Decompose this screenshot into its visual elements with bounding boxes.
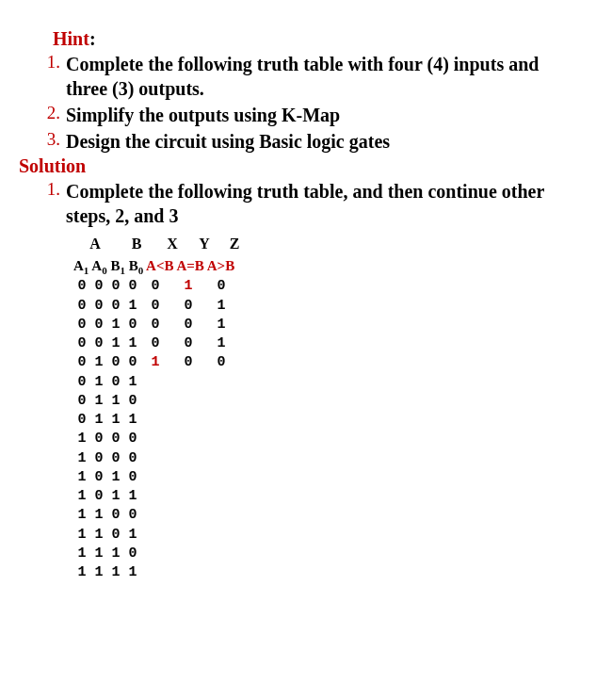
table-cell: 0	[169, 353, 207, 372]
col-X: A<B	[146, 258, 173, 273]
table-cell: 1	[90, 411, 107, 430]
col-B1: B1	[110, 258, 125, 273]
table-cell: 0	[207, 277, 235, 296]
table-cell: 1	[107, 411, 124, 430]
table-row: 1110	[73, 545, 577, 563]
table-cell: 0	[107, 430, 124, 448]
table-cell: 0	[124, 545, 141, 563]
table-cell: 0	[124, 449, 141, 468]
table-cell: 0	[90, 316, 107, 334]
list-number: 1.	[38, 52, 60, 101]
table-cell: 0	[107, 506, 124, 525]
table-cell: 0	[169, 334, 207, 353]
table-row: 1011	[73, 487, 577, 506]
table-cell: 1	[107, 563, 124, 582]
table-cell: 1	[90, 506, 107, 525]
table-cell: 1	[90, 353, 107, 372]
table-cell: 1	[73, 487, 90, 506]
table-cell: 1	[124, 334, 141, 353]
table-row: 0100100	[73, 353, 577, 372]
table-cell: 0	[124, 506, 141, 525]
table-cell: 0	[141, 277, 169, 296]
table-cell: 0	[124, 277, 141, 296]
table-col-header: A1 A0 B1 B0 A<B A=B A>B	[73, 256, 577, 278]
table-body: 0000010000100100100010011001010010001010…	[73, 277, 577, 582]
col-Z: A>B	[207, 258, 234, 273]
table-cell: 0	[73, 411, 90, 430]
table-cell: 0	[90, 449, 107, 468]
table-cell: 1	[73, 545, 90, 563]
table-cell: 1	[124, 487, 141, 506]
table-row: 1000	[73, 449, 577, 468]
table-row: 0001001	[73, 297, 577, 316]
col-group-Y: Y	[188, 234, 220, 254]
table-cell: 0	[107, 449, 124, 468]
table-cell: 1	[207, 316, 235, 334]
col-group-X: X	[156, 234, 188, 254]
table-cell: 1	[90, 563, 107, 582]
table-cell: 0	[90, 487, 107, 506]
table-cell: 1	[169, 277, 207, 296]
table-row: 0000010	[73, 277, 577, 296]
table-cell: 1	[90, 373, 107, 392]
table-cell: 0	[90, 277, 107, 296]
table-cell: 0	[73, 392, 90, 411]
table-cell: 0	[73, 353, 90, 372]
table-cell: 0	[124, 392, 141, 411]
list-text: Complete the following truth table with …	[66, 52, 577, 101]
hint-item-1: 1. Complete the following truth table wi…	[38, 52, 577, 101]
col-Y: A=B	[176, 258, 203, 273]
list-number: 3.	[38, 129, 60, 154]
table-cell: 0	[141, 334, 169, 353]
table-cell: 0	[107, 297, 124, 316]
hint-item-3: 3. Design the circuit using Basic logic …	[38, 129, 577, 154]
table-cell: 1	[107, 545, 124, 563]
table-cell: 0	[107, 526, 124, 545]
table-cell: 0	[169, 316, 207, 334]
hint-label: Hint	[53, 28, 89, 49]
table-cell: 0	[169, 297, 207, 316]
table-cell: 0	[124, 468, 141, 487]
list-number: 1.	[38, 179, 60, 228]
col-B0: B0	[129, 258, 144, 273]
table-cell: 0	[73, 297, 90, 316]
list-number: 2.	[38, 103, 60, 127]
table-cell: 1	[124, 563, 141, 582]
table-cell: 0	[107, 277, 124, 296]
col-group-B: B	[117, 234, 156, 254]
table-cell: 1	[207, 334, 235, 353]
truth-table: ABXYZ A1 A0 B1 B0 A<B A=B A>B 0000010000…	[73, 234, 577, 582]
table-cell: 0	[73, 334, 90, 353]
table-cell: 1	[124, 411, 141, 430]
table-cell: 0	[90, 468, 107, 487]
table-row: 1101	[73, 526, 577, 545]
table-cell: 0	[90, 430, 107, 448]
table-cell: 1	[73, 506, 90, 525]
table-cell: 0	[107, 353, 124, 372]
solution-label: Solution	[19, 155, 577, 177]
table-row: 0110	[73, 392, 577, 411]
table-cell: 1	[73, 563, 90, 582]
table-cell: 1	[107, 468, 124, 487]
table-row: 0111	[73, 411, 577, 430]
col-A1: A1	[73, 258, 89, 273]
table-group-header: ABXYZ	[73, 234, 577, 254]
hint-colon: :	[89, 28, 96, 49]
table-cell: 1	[124, 373, 141, 392]
table-cell: 1	[90, 392, 107, 411]
table-cell: 1	[73, 449, 90, 468]
table-row: 1111	[73, 563, 577, 582]
table-cell: 1	[107, 316, 124, 334]
table-cell: 1	[73, 526, 90, 545]
col-A0: A0	[91, 258, 106, 273]
table-cell: 0	[73, 316, 90, 334]
table-cell: 0	[124, 430, 141, 448]
hint-item-2: 2. Simplify the outputs using K-Map	[38, 103, 577, 127]
table-cell: 0	[90, 334, 107, 353]
table-cell: 0	[90, 297, 107, 316]
table-cell: 1	[90, 545, 107, 563]
table-cell: 1	[107, 334, 124, 353]
col-group-Z: Z	[220, 234, 249, 254]
table-cell: 1	[141, 353, 169, 372]
table-cell: 1	[107, 392, 124, 411]
